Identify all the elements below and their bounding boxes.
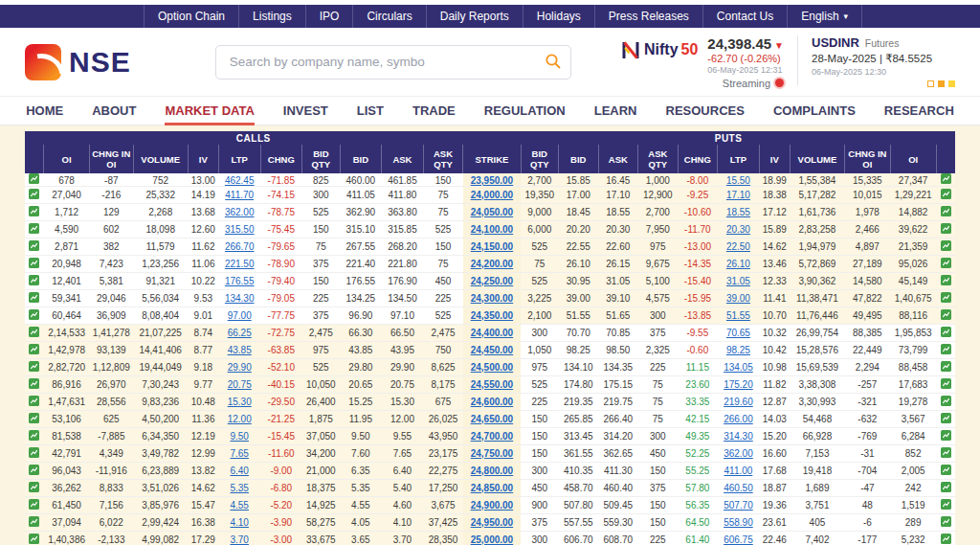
topbar-item[interactable]: IPO [306,5,354,28]
strike-link[interactable]: 24,050.00 [471,207,514,217]
ltp-link[interactable]: 29.90 [228,362,252,373]
ltp-link[interactable]: 20.75 [228,379,252,390]
topbar-item[interactable]: Daily Reports [427,5,523,28]
ltp-link[interactable]: 606.75 [724,534,753,545]
chart-icon[interactable] [941,396,951,406]
chart-icon[interactable] [941,344,951,354]
ltp-link[interactable]: 39.00 [726,293,750,304]
strike-link[interactable]: 24,900.00 [471,500,514,511]
ltp-link[interactable]: 43.85 [228,345,252,355]
strike-link[interactable]: 23,950.00 [471,175,514,186]
search-input[interactable] [215,45,571,79]
strike-link[interactable]: 24,500.00 [471,362,514,373]
ltp-link[interactable]: 70.65 [726,328,750,338]
ltp-link[interactable]: 5.35 [230,483,248,493]
chart-icon[interactable] [29,516,39,527]
ltp-link[interactable]: 558.90 [724,517,753,528]
ltp-link[interactable]: 26.10 [726,259,750,269]
strike-link[interactable]: 24,300.00 [471,293,514,304]
strike-link[interactable]: 24,550.00 [471,379,514,390]
ltp-link[interactable]: 411.70 [225,190,254,200]
chart-icon[interactable] [29,344,39,354]
strike-link[interactable]: 24,000.00 [471,190,514,200]
nav-item-invest[interactable]: INVEST [283,97,328,125]
chart-icon[interactable] [29,173,39,184]
ltp-link[interactable]: 7.65 [230,448,248,459]
chart-icon[interactable] [941,447,951,458]
chart-icon[interactable] [941,465,951,475]
chart-icon[interactable] [941,275,951,285]
chart-icon[interactable] [941,482,951,492]
ltp-link[interactable]: 507.70 [724,500,753,511]
topbar-item[interactable]: Holidays [523,5,595,28]
strike-link[interactable]: 24,800.00 [471,466,514,476]
ltp-link[interactable]: 66.25 [228,328,252,338]
ltp-link[interactable]: 134.05 [724,362,753,373]
strike-link[interactable]: 24,600.00 [471,397,514,407]
topbar-item[interactable]: Listings [239,5,306,28]
nse-logo[interactable]: NSE [25,44,131,80]
chart-icon[interactable] [29,275,39,285]
chart-icon[interactable] [941,240,951,251]
chart-icon[interactable] [29,223,39,234]
ltp-link[interactable]: 219.60 [724,397,753,407]
carousel-dot[interactable] [938,80,945,87]
ltp-link[interactable]: 4.10 [230,517,248,528]
nav-item-regulation[interactable]: REGULATION [484,97,566,125]
carousel-dot[interactable] [927,80,934,87]
strike-link[interactable]: 25,000.00 [471,534,514,545]
chart-icon[interactable] [29,292,39,303]
chart-icon[interactable] [29,413,39,423]
ltp-link[interactable]: 20.30 [726,224,750,235]
ltp-link[interactable]: 460.50 [724,483,753,493]
nav-item-home[interactable]: HOME [26,97,63,125]
search-icon[interactable] [545,53,562,74]
chart-icon[interactable] [29,327,39,337]
chart-icon[interactable] [29,396,39,406]
chart-icon[interactable] [941,430,951,441]
ltp-link[interactable]: 221.50 [225,259,255,269]
chart-icon[interactable] [941,223,951,234]
nifty-quote-block[interactable]: Nifty50 24,398.45▼ -62.70 (-0.26%) 06-Ma… [620,35,784,89]
chart-icon[interactable] [941,292,951,303]
ltp-link[interactable]: 314.30 [724,431,753,442]
nav-item-list[interactable]: LIST [357,97,384,125]
chart-icon[interactable] [29,430,39,441]
chart-icon[interactable] [29,378,39,389]
ltp-link[interactable]: 411.00 [724,466,753,476]
strike-link[interactable]: 24,750.00 [471,448,514,459]
chart-icon[interactable] [941,516,951,527]
nav-item-trade[interactable]: TRADE [412,97,456,125]
ltp-link[interactable]: 362.00 [724,448,753,459]
ltp-link[interactable]: 175.20 [724,379,753,390]
chart-icon[interactable] [941,413,951,423]
ltp-link[interactable]: 15.50 [726,175,750,186]
chart-icon[interactable] [941,534,951,544]
ltp-link[interactable]: 12.00 [228,414,252,424]
chart-icon[interactable] [941,327,951,337]
chart-icon[interactable] [941,206,951,216]
ltp-link[interactable]: 15.30 [228,397,252,407]
ltp-link[interactable]: 462.45 [225,175,255,186]
nav-item-complaints[interactable]: COMPLAINTS [773,97,856,125]
nav-item-research[interactable]: RESEARCH [884,97,954,125]
strike-link[interactable]: 24,100.00 [471,224,514,235]
strike-link[interactable]: 24,950.00 [471,517,514,528]
chart-icon[interactable] [29,240,39,251]
ltp-link[interactable]: 315.50 [225,224,255,235]
chart-icon[interactable] [941,189,951,199]
nav-item-about[interactable]: ABOUT [92,97,136,125]
ltp-link[interactable]: 18.55 [726,207,750,217]
nav-item-resources[interactable]: RESOURCES [666,97,745,125]
chart-icon[interactable] [941,499,951,510]
ltp-link[interactable]: 31.05 [726,276,750,286]
chart-icon[interactable] [29,309,39,320]
strike-link[interactable]: 24,200.00 [471,259,514,269]
chart-icon[interactable] [941,173,951,184]
ltp-link[interactable]: 266.00 [724,414,753,424]
chart-icon[interactable] [29,482,39,492]
chart-icon[interactable] [29,534,39,544]
chart-icon[interactable] [29,206,39,216]
strike-link[interactable]: 24,350.00 [471,310,514,321]
strike-link[interactable]: 24,450.00 [471,345,514,355]
